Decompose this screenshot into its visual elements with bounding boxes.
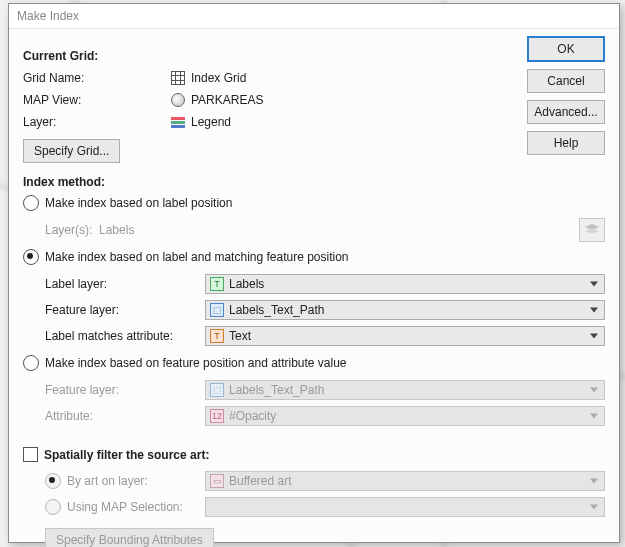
opt-label-feature[interactable]: Make index based on label and matching f… [23, 249, 605, 265]
label-layer-label: Label layer: [45, 277, 205, 291]
chevron-down-icon [590, 505, 598, 510]
match-attr-label: Label matches attribute: [45, 329, 205, 343]
chevron-down-icon [590, 388, 598, 393]
buffered-art-icon: ▭ [210, 474, 224, 488]
grid-icon [171, 71, 191, 85]
map-view-label: MAP View: [23, 93, 171, 107]
opt-label-position[interactable]: Make index based on label position [23, 195, 605, 211]
opt2-label: Make index based on label and matching f… [45, 250, 349, 264]
layer-label: Layer: [23, 115, 171, 129]
opt3-label: Make index based on feature position and… [45, 356, 347, 370]
make-index-dialog: Make Index OK Cancel Advanced... Help Cu… [8, 3, 620, 543]
layer-value: Legend [191, 115, 231, 129]
window-title: Make Index [17, 9, 79, 23]
titlebar: Make Index [9, 4, 619, 29]
opt-feature-attr[interactable]: Make index based on feature position and… [23, 355, 605, 371]
chevron-down-icon [590, 334, 598, 339]
spatial-filter-checkbox[interactable] [23, 447, 38, 462]
feature-layer-label: Feature layer: [45, 303, 205, 317]
current-grid-header: Current Grid: [23, 49, 605, 63]
svg-rect-0 [172, 72, 185, 85]
legend-icon [171, 117, 191, 128]
grid-name-value: Index Grid [191, 71, 246, 85]
svg-marker-6 [585, 228, 599, 234]
opt3-attr-label: Attribute: [45, 409, 205, 423]
current-grid-block: Grid Name: Index Grid MAP View: [23, 67, 605, 163]
layers-stack-button[interactable] [579, 218, 605, 242]
label-layer-combo[interactable]: T Labels [205, 274, 605, 294]
chevron-down-icon [590, 414, 598, 419]
radio-opt3[interactable] [23, 355, 39, 371]
index-method-header: Index method: [23, 175, 605, 189]
path-layer-icon: ⬚ [210, 303, 224, 317]
map-selection-option: Using MAP Selection: [45, 499, 205, 515]
specify-grid-button[interactable]: Specify Grid... [23, 139, 120, 163]
opt3-attr-combo: 12 #Opacity [205, 406, 605, 426]
radio-opt2[interactable] [23, 249, 39, 265]
radio-by-art [45, 473, 61, 489]
opt1-layer-label: Layer(s): Labels [45, 223, 205, 237]
radio-map-selection [45, 499, 61, 515]
map-view-value: PARKAREAS [191, 93, 263, 107]
opacity-attr-icon: 12 [210, 409, 224, 423]
radio-opt1[interactable] [23, 195, 39, 211]
chevron-down-icon [590, 479, 598, 484]
path-layer-icon: ⬚ [210, 383, 224, 397]
chevron-down-icon [590, 308, 598, 313]
opt1-label: Make index based on label position [45, 196, 232, 210]
grid-name-label: Grid Name: [23, 71, 171, 85]
spatial-filter-row[interactable]: Spatially filter the source art: [23, 447, 605, 462]
match-attr-combo[interactable]: T Text [205, 326, 605, 346]
by-art-layer-combo: ▭ Buffered art [205, 471, 605, 491]
chevron-down-icon [590, 282, 598, 287]
globe-icon [171, 93, 191, 107]
labels-layer-icon: T [210, 277, 224, 291]
specify-bounding-attrs-button: Specify Bounding Attributes [45, 528, 214, 547]
by-art-option: By art on layer: [45, 473, 205, 489]
opt3-feature-layer-combo: ⬚ Labels_Text_Path [205, 380, 605, 400]
opt3-feature-layer-label: Feature layer: [45, 383, 205, 397]
text-attr-icon: T [210, 329, 224, 343]
map-selection-combo [205, 497, 605, 517]
spatial-filter-header: Spatially filter the source art: [44, 448, 209, 462]
feature-layer-combo[interactable]: ⬚ Labels_Text_Path [205, 300, 605, 320]
